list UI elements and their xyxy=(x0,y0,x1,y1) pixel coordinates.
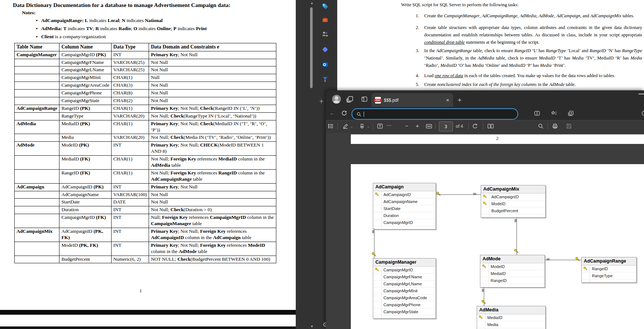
back-button[interactable]: ← xyxy=(330,110,335,116)
draw-pen-icon[interactable] xyxy=(342,123,349,129)
primary-key-icon xyxy=(375,192,380,197)
close-tab-icon[interactable]: ✕ xyxy=(446,98,450,103)
key-end-icon xyxy=(436,191,442,197)
rotate-icon[interactable] xyxy=(472,123,478,129)
fit-to-width-icon[interactable] xyxy=(426,123,432,129)
many-end-icon: ∞ xyxy=(546,256,550,262)
task-item: 3.In the AdCampaignRange table, check to… xyxy=(416,47,642,69)
diagram-table-title: AdCampaignRange xyxy=(582,257,636,265)
chevron-down-icon[interactable]: ⌄ xyxy=(350,125,353,128)
diagram-field: CampaignMgrLName xyxy=(373,281,436,288)
more-options-icon[interactable]: ⋯ xyxy=(386,122,392,128)
table-row: CampaignMgrID (FK)INTNull; Foreign Key r… xyxy=(15,214,276,228)
diagram-field: AdCampaignName xyxy=(373,198,436,205)
table-row: CampaignMgrFNameVARCHAR(25)Not Null xyxy=(15,59,276,66)
save-icon[interactable] xyxy=(566,123,572,129)
diagram-table-title: AdMode xyxy=(480,255,545,263)
tab-title: $$$.pdf xyxy=(384,98,446,103)
table-row: CampaignManagerCampaignMgrID (PK)INTPrim… xyxy=(15,51,276,59)
diagram-table-admedia: AdMediaMediaIDMedia xyxy=(477,306,546,329)
tab-pdf[interactable]: PDF $$$.pdf ✕ xyxy=(371,93,453,107)
sidebar-scrollbar-thumb[interactable] xyxy=(310,7,313,88)
page-number-2: 2 xyxy=(496,135,499,141)
note-item: •Client is a company/organization xyxy=(36,34,106,40)
tasks-intro: Write SQL script for SQL Server to perfo… xyxy=(401,2,519,8)
tag-icon[interactable] xyxy=(322,3,328,10)
copilot-diamond-icon[interactable] xyxy=(322,46,328,53)
diagram-table-adcampaignrange: AdCampaignRangeRangeIDRangeType xyxy=(581,257,637,283)
print-icon[interactable] xyxy=(552,123,558,129)
diagram-field: ModeID xyxy=(480,263,545,270)
collections-icon[interactable] xyxy=(568,110,574,116)
table-row: MediaVARCHAR(20)Not Null; Check(Media IN… xyxy=(15,134,276,142)
table-of-contents-icon[interactable] xyxy=(328,123,334,129)
table-row: RangeID (FK)CHAR(1)Not Null; Foreign Key… xyxy=(15,169,276,183)
outlook-icon[interactable] xyxy=(322,61,328,68)
data-dictionary-table: Table NameColumn NameData TypeData Domai… xyxy=(14,43,276,263)
pdf-page-3-diagram: AdCampaignAdCampaignIDAdCampaignNameStar… xyxy=(351,164,644,329)
pdf-search-icon[interactable] xyxy=(538,123,544,129)
diagram-table-title: CampaignManager xyxy=(373,258,436,267)
refresh-button[interactable] xyxy=(341,110,348,116)
table-row: DurationINTNot Null; Check(Duration > 0) xyxy=(15,206,276,214)
diagram-field: CampaignMgrMInit xyxy=(373,288,436,294)
table-row: AdCampaignAdCampaignID (PK)INTPrimary Ke… xyxy=(15,183,276,191)
favorites-icon[interactable] xyxy=(551,110,557,116)
chevron-down-icon[interactable]: ⌄ xyxy=(367,125,370,128)
address-bar[interactable] xyxy=(352,108,518,120)
diagram-table-campaignmanager: CampaignManagerCampaignMgrIDCampaignMgrF… xyxy=(373,258,436,319)
table-row: BudgetPercentNumeric(6, 2)NOT NULL; Chec… xyxy=(15,256,276,263)
toolbar-divider xyxy=(547,123,548,130)
table-row: CampaignMgrMInitCHAR(1)Null xyxy=(15,74,276,82)
diagram-field: Media xyxy=(477,321,545,328)
page-view-icon[interactable] xyxy=(487,123,494,129)
diagram-field: CampaignMgrFName xyxy=(373,274,436,281)
browser-essentials-icon[interactable] xyxy=(641,110,644,116)
table-row: AdCampaignMixAdCampaignID (PK, FK)INTPri… xyxy=(15,228,276,242)
diagram-field: RangeID xyxy=(480,277,545,284)
left-pdf-page-1: Data Dictionary Documentation for a data… xyxy=(0,0,296,310)
diagram-table-admode: AdModeModeIDMediaIDRangeID xyxy=(480,255,545,288)
zoom-in-icon[interactable]: + xyxy=(416,123,419,129)
column-header: Table Name xyxy=(15,43,59,51)
scroll-up-arrow[interactable]: ▲ xyxy=(309,1,314,5)
table-row: AdCampaignRangeRangeID (PK)CHAR(1)Primar… xyxy=(15,105,276,112)
page-number-1: 1 xyxy=(139,288,142,294)
page-number-input[interactable] xyxy=(439,122,453,131)
split-screen-icon[interactable] xyxy=(534,110,540,116)
column-header: Column Name xyxy=(59,43,111,51)
highlight-icon[interactable] xyxy=(359,123,365,129)
table-row: CampaignMgrPhoneCHAR(8)Not Null xyxy=(15,90,276,97)
diagram-table-title: AdMedia xyxy=(477,306,545,314)
primary-key-icon xyxy=(375,267,380,272)
column-header: Data Type xyxy=(111,43,149,51)
table-row: CampaignMgrStateCHAR(2)Not Null xyxy=(15,97,276,105)
workspaces-icon[interactable] xyxy=(346,96,353,103)
table-row: AdModeModeID (PK)INTPrimary Key; Not Nul… xyxy=(15,142,276,156)
diagram-table-adcampaign: AdCampaignAdCampaignIDAdCampaignNameStar… xyxy=(373,183,436,229)
new-tab-button[interactable]: + xyxy=(458,96,462,104)
table-row: MediaID (FK)CHAR(1)Not Null; Foreign Key… xyxy=(15,156,276,170)
diagram-field: BudgetPercent xyxy=(481,207,545,214)
diagram-field: RangeType xyxy=(582,272,636,279)
toolbar-divider xyxy=(468,123,469,130)
many-end-icon: ∞ xyxy=(371,230,376,234)
toolbar-divider xyxy=(483,123,483,130)
minimize-button[interactable] xyxy=(638,94,644,94)
profile-avatar-icon[interactable] xyxy=(332,95,341,104)
zoom-out-icon[interactable]: − xyxy=(405,123,408,129)
table-row: CampaignMgrLNameVARCHAR(25)Not Null xyxy=(15,66,276,74)
note-item: •AdCampaignRange: L indicates Local; N i… xyxy=(36,18,163,24)
briefcase-icon[interactable] xyxy=(322,17,328,23)
people-key-icon[interactable] xyxy=(322,31,328,37)
document-title: Data Dictionary Documentation for a data… xyxy=(13,2,230,8)
pdf-toolbar xyxy=(326,120,644,133)
sidebar-add-button[interactable]: + xyxy=(317,97,326,106)
toolbar-divider xyxy=(338,123,338,130)
scroll-down-arrow[interactable]: ▼ xyxy=(309,325,314,328)
funnel-icon[interactable] xyxy=(322,76,328,83)
tab-actions-icon[interactable] xyxy=(361,96,368,102)
toolbar-divider xyxy=(373,123,373,130)
add-text-icon[interactable] xyxy=(377,123,383,129)
diagram-table-title: AdCampaign xyxy=(373,183,436,191)
